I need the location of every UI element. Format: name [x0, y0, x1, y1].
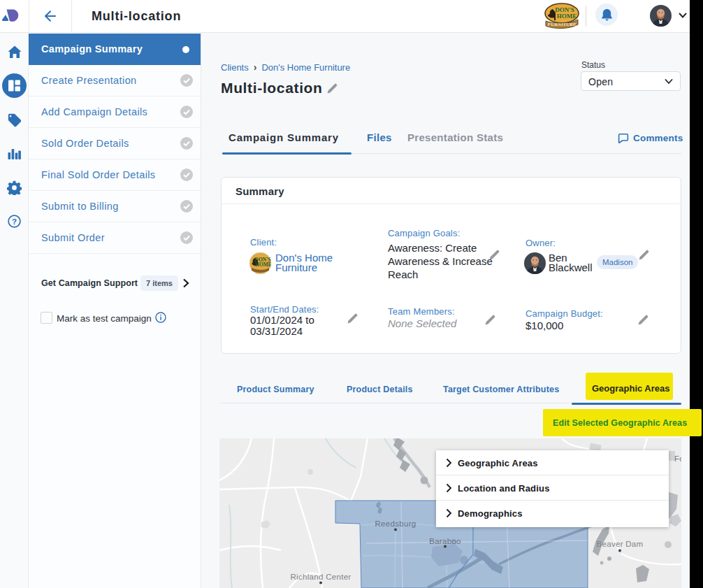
svg-text:HOME: HOME — [255, 261, 271, 268]
svg-text:Richland Center: Richland Center — [291, 573, 352, 581]
svg-text:HOME: HOME — [557, 13, 577, 20]
svg-text:Baraboo: Baraboo — [429, 537, 461, 545]
svg-text:Beaver Dam: Beaver Dam — [597, 540, 644, 548]
svg-text:FURNITURE: FURNITURE — [548, 22, 577, 27]
svg-text:Fo: Fo — [674, 454, 681, 463]
svg-text:?: ? — [12, 217, 17, 226]
svg-text:Reedsburg: Reedsburg — [375, 519, 416, 528]
